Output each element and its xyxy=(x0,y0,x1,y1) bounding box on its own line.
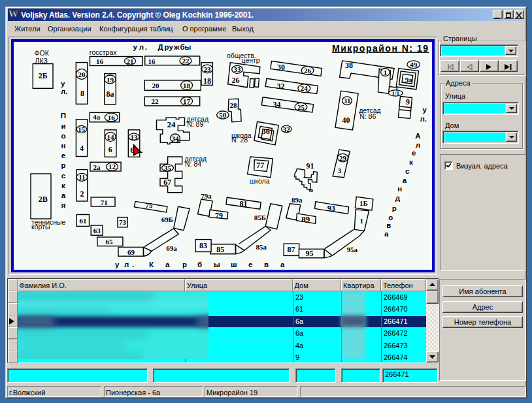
svg-text:а: а xyxy=(61,191,66,199)
svg-text:у: у xyxy=(133,43,138,51)
svg-text:33: 33 xyxy=(234,65,242,73)
svg-text:85а: 85а xyxy=(256,243,267,251)
svg-text:N: 89: N: 89 xyxy=(187,120,203,128)
svg-text:центр: центр xyxy=(242,56,260,64)
svg-text:.: . xyxy=(132,261,134,268)
svg-text:16: 16 xyxy=(148,57,156,65)
svg-text:26: 26 xyxy=(304,67,312,74)
svg-text:К: К xyxy=(149,261,154,268)
svg-text:14: 14 xyxy=(107,133,115,141)
svg-text:31: 31 xyxy=(344,97,351,105)
svg-text:Д: Д xyxy=(158,43,163,51)
svg-text:34: 34 xyxy=(273,100,281,109)
svg-text:с: с xyxy=(405,167,410,175)
svg-text:73: 73 xyxy=(119,218,127,226)
svg-text:л.: л. xyxy=(420,115,427,123)
svg-text:к: к xyxy=(409,158,413,166)
svg-text:е: е xyxy=(61,152,65,159)
svg-text:2Б: 2Б xyxy=(39,71,48,80)
svg-text:38: 38 xyxy=(345,61,353,70)
svg-text:71: 71 xyxy=(101,199,108,206)
svg-text:е: е xyxy=(248,261,252,268)
svg-text:А: А xyxy=(415,132,420,140)
svg-text:29: 29 xyxy=(339,154,347,162)
svg-text:30: 30 xyxy=(277,63,285,72)
svg-text:ЛКЗ: ЛКЗ xyxy=(35,57,48,65)
svg-text:95: 95 xyxy=(306,249,314,258)
svg-text:28: 28 xyxy=(230,101,238,109)
svg-text:79а: 79а xyxy=(201,192,212,200)
svg-text:в: в xyxy=(264,261,269,268)
svg-text:9: 9 xyxy=(406,97,410,106)
svg-text:н: н xyxy=(397,185,402,193)
svg-text:12: 12 xyxy=(108,163,116,170)
svg-text:65: 65 xyxy=(106,238,114,246)
svg-text:19: 19 xyxy=(107,76,114,84)
svg-text:ы: ы xyxy=(214,261,220,268)
svg-text:23: 23 xyxy=(204,65,212,73)
svg-text:р: р xyxy=(182,261,187,268)
svg-text:Микрорайон N: 19: Микрорайон N: 19 xyxy=(332,43,429,54)
svg-text:р: р xyxy=(392,204,397,212)
svg-text:а: а xyxy=(384,230,389,238)
svg-text:17: 17 xyxy=(183,97,191,105)
svg-text:24: 24 xyxy=(167,120,176,129)
svg-text:н: н xyxy=(61,142,66,150)
svg-text:2В: 2В xyxy=(39,195,48,204)
svg-text:а: а xyxy=(280,261,285,268)
svg-text:ж: ж xyxy=(173,43,180,51)
svg-text:л: л xyxy=(124,261,129,268)
svg-text:р: р xyxy=(61,161,65,169)
svg-text:с: с xyxy=(61,172,66,180)
svg-text:9а: 9а xyxy=(405,76,413,84)
svg-text:91: 91 xyxy=(306,161,314,170)
svg-text:83: 83 xyxy=(199,241,207,250)
svg-text:15: 15 xyxy=(78,125,86,133)
svg-text:и: и xyxy=(61,122,65,130)
svg-text:32: 32 xyxy=(276,82,284,91)
svg-text:4: 4 xyxy=(80,144,84,153)
svg-text:W: W xyxy=(8,8,18,19)
svg-text:1Б: 1Б xyxy=(359,199,368,207)
svg-text:32: 32 xyxy=(283,125,291,133)
svg-text:к: к xyxy=(61,182,65,189)
svg-text:13: 13 xyxy=(131,133,139,141)
svg-text:госстрах: госстрах xyxy=(90,48,117,56)
svg-text:школа: школа xyxy=(250,177,270,185)
svg-text:34: 34 xyxy=(172,135,180,142)
svg-text:11: 11 xyxy=(78,173,85,181)
svg-text:П: П xyxy=(61,112,66,120)
svg-text:л: л xyxy=(139,43,144,51)
svg-text:77: 77 xyxy=(256,161,264,170)
svg-text:20: 20 xyxy=(152,82,160,89)
svg-text:я: я xyxy=(61,201,66,209)
svg-text:81: 81 xyxy=(239,199,247,208)
svg-text:93: 93 xyxy=(327,204,335,213)
svg-text:69а: 69а xyxy=(166,244,177,252)
svg-text:ФОК: ФОК xyxy=(35,49,50,57)
svg-text:20: 20 xyxy=(78,71,86,78)
svg-text:1/1: 1/1 xyxy=(391,90,399,97)
svg-text:о: о xyxy=(388,214,393,221)
svg-text:75: 75 xyxy=(146,201,154,209)
svg-text:40: 40 xyxy=(342,116,350,125)
svg-text:ы: ы xyxy=(185,43,191,51)
svg-text:85Б: 85Б xyxy=(254,214,266,221)
svg-text:89а: 89а xyxy=(291,196,303,204)
svg-text:3: 3 xyxy=(338,167,342,174)
svg-text:.: . xyxy=(145,43,147,51)
svg-text:у: у xyxy=(423,106,427,114)
svg-text:95а: 95а xyxy=(346,246,357,253)
svg-text:N: 84: N: 84 xyxy=(185,160,201,168)
svg-text:16: 16 xyxy=(96,57,104,65)
svg-text:е: е xyxy=(412,149,416,157)
svg-text:1: 1 xyxy=(360,217,364,225)
svg-text:2а: 2а xyxy=(93,163,101,171)
svg-text:89: 89 xyxy=(301,214,310,224)
svg-text:61: 61 xyxy=(79,217,86,225)
svg-text:85: 85 xyxy=(216,245,224,254)
svg-text:69: 69 xyxy=(127,248,135,256)
svg-text:л.: л. xyxy=(61,88,68,95)
svg-text:35: 35 xyxy=(164,164,172,172)
svg-text:49: 49 xyxy=(410,61,418,69)
